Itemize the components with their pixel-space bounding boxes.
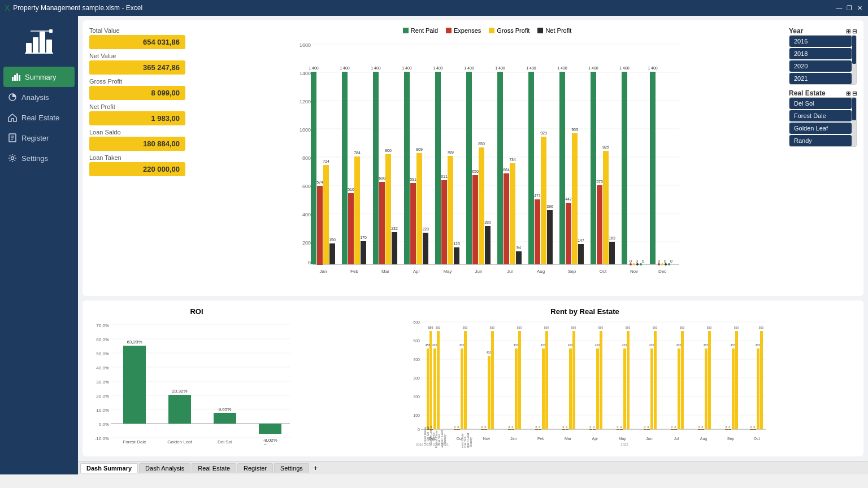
svg-rect-125 <box>622 72 627 264</box>
realestate-label: Real Estate <box>789 89 826 97</box>
tab-dash-summary[interactable]: Dash Summary <box>80 463 138 473</box>
svg-rect-233 <box>508 429 511 430</box>
svg-rect-53 <box>373 72 379 264</box>
svg-rect-265 <box>617 429 619 430</box>
svg-text:Dec: Dec <box>658 269 666 274</box>
svg-text:0: 0 <box>617 425 619 429</box>
svg-rect-80 <box>466 72 472 264</box>
svg-rect-82 <box>479 147 484 264</box>
svg-text:0: 0 <box>750 425 752 429</box>
sidebar-logo <box>0 21 78 61</box>
svg-rect-56 <box>392 232 397 264</box>
year-sort-icon[interactable]: ⊟ <box>852 28 857 34</box>
sidebar-item-analysis[interactable]: Analysis <box>0 87 78 107</box>
svg-text:0: 0 <box>563 425 565 429</box>
sidebar-item-settings-label: Settings <box>21 154 48 163</box>
svg-rect-299 <box>732 348 735 429</box>
year-filter-title: Year ⊞ ⊟ <box>789 27 857 35</box>
svg-text:0: 0 <box>671 425 673 429</box>
realestate-randy[interactable]: Randy <box>789 135 852 146</box>
year-filter-2021[interactable]: 2021 <box>789 73 852 84</box>
year-filter-2016[interactable]: 2016 <box>789 36 852 47</box>
svg-text:0: 0 <box>726 425 727 429</box>
sidebar-item-settings[interactable]: Settings <box>0 148 78 168</box>
svg-text:Oct: Oct <box>600 269 607 274</box>
svg-rect-46 <box>354 156 360 264</box>
close-button[interactable]: ✕ <box>856 4 863 12</box>
svg-rect-216 <box>464 331 467 429</box>
svg-text:0: 0 <box>675 425 676 429</box>
tab-register[interactable]: Register <box>237 463 273 473</box>
svg-text:63,20%: 63,20% <box>127 339 142 345</box>
svg-rect-62 <box>404 72 410 264</box>
tab-settings[interactable]: Settings <box>274 463 309 473</box>
svg-text:Dec: Dec <box>429 437 436 441</box>
svg-text:574: 574 <box>316 180 323 184</box>
svg-rect-8 <box>14 75 16 81</box>
year-filter-icon[interactable]: ⊞ <box>846 28 850 34</box>
svg-rect-276 <box>654 331 657 429</box>
svg-rect-275 <box>650 348 653 429</box>
svg-text:0: 0 <box>566 425 568 429</box>
title-bar-left: X Property Management sample.xlsm - Exce… <box>5 3 142 12</box>
rent-bar-chart: 600 500 400 300 200 100 0 <box>313 318 857 448</box>
sidebar-item-summary[interactable]: Summary <box>3 67 75 87</box>
sidebar-item-realestate-label: Real Estate <box>21 114 59 122</box>
realestate-del-sol[interactable]: Del Sol <box>789 98 852 109</box>
svg-rect-47 <box>361 241 366 264</box>
svg-text:600: 600 <box>379 176 385 180</box>
legend-net-profit: Net Profit <box>537 27 571 34</box>
svg-rect-1 <box>33 37 38 53</box>
metric-value-loan-saldo: 180 884,00 <box>89 137 185 151</box>
metric-label-gross-profit: Gross Profit <box>89 78 185 85</box>
tab-dash-analysis[interactable]: Dash Analysis <box>139 463 190 473</box>
app-layout: Summary Analysis Real Estate Register <box>0 16 868 474</box>
svg-text:1 400: 1 400 <box>309 66 319 70</box>
metric-label-total: Total Value <box>89 27 185 34</box>
year-scrollbar[interactable] <box>852 36 856 84</box>
svg-text:20,0%: 20,0% <box>96 394 109 399</box>
svg-text:1400: 1400 <box>300 71 311 76</box>
roi-chart-container: ROI 70,0% 60,0% 50,0% 40,0% 30,0% 20,0% … <box>89 307 304 450</box>
sidebar-item-realestate[interactable]: Real Estate <box>0 107 78 128</box>
realestate-sort-icon[interactable]: ⊟ <box>852 90 857 97</box>
svg-text:0: 0 <box>648 425 649 429</box>
realestate-scrollbar[interactable] <box>852 98 856 146</box>
realestate-filter-icon[interactable]: ⊞ <box>846 90 850 97</box>
tab-real-estate[interactable]: Real Estate <box>192 463 236 473</box>
svg-text:1 400: 1 400 <box>648 66 658 70</box>
minimize-button[interactable]: — <box>835 4 843 12</box>
svg-rect-107 <box>559 72 565 264</box>
sidebar-item-register[interactable]: Register <box>0 128 78 148</box>
svg-text:Feb: Feb <box>537 437 544 441</box>
metric-value-net-profit: 1 983,00 <box>89 111 185 125</box>
legend-dot-net <box>537 28 543 33</box>
realestate-golden-leaf[interactable]: Golden Leaf <box>789 123 852 134</box>
svg-text:0: 0 <box>536 425 537 429</box>
realestate-forest-dale[interactable]: Forest Dale <box>789 110 852 121</box>
svg-text:0: 0 <box>512 425 514 429</box>
svg-text:0: 0 <box>539 425 541 429</box>
svg-text:1 400: 1 400 <box>619 66 630 70</box>
legend-dot-rent <box>403 28 409 33</box>
tab-add-button[interactable]: + <box>310 463 322 473</box>
svg-rect-290 <box>701 429 704 430</box>
year-filter-2018[interactable]: 2018 <box>789 48 852 59</box>
year-filter-section: Year ⊞ ⊟ 2016 2018 2020 2021 <box>789 27 857 85</box>
home-icon <box>8 113 17 122</box>
svg-text:170: 170 <box>360 236 367 239</box>
realestate-scrollbar-thumb <box>852 98 856 120</box>
svg-point-144 <box>668 263 670 265</box>
svg-text:1600: 1600 <box>300 42 311 48</box>
svg-text:500: 500 <box>413 339 420 343</box>
svg-text:1 400: 1 400 <box>495 66 505 70</box>
svg-rect-2 <box>40 32 45 53</box>
svg-rect-72 <box>441 180 447 264</box>
svg-rect-298 <box>728 429 731 430</box>
maximize-button[interactable]: ❐ <box>845 4 853 12</box>
svg-text:0: 0 <box>485 425 487 429</box>
year-filter-2020[interactable]: 2020 <box>789 60 852 72</box>
title-bar-controls[interactable]: — ❐ ✕ <box>835 4 863 12</box>
svg-text:550: 550 <box>490 326 495 329</box>
svg-text:550: 550 <box>544 326 549 329</box>
